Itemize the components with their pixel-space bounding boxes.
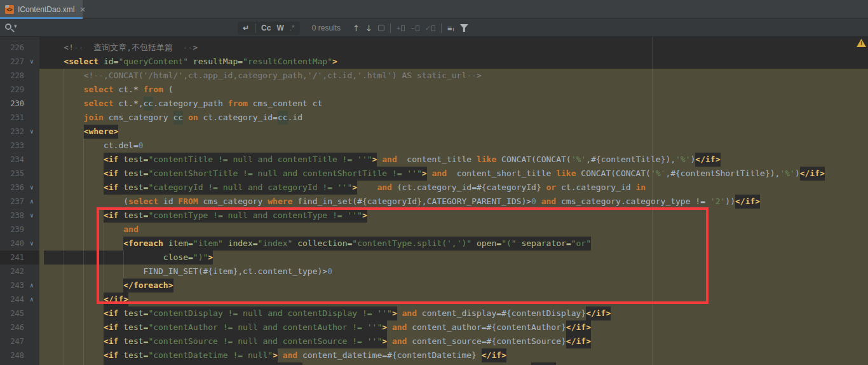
code-line[interactable]: 233 ct.del=0 bbox=[0, 139, 868, 153]
line-number: 236 bbox=[0, 181, 24, 195]
fold-icon[interactable]: ∨ bbox=[24, 237, 39, 251]
line-number: 233 bbox=[0, 139, 24, 153]
line-number: 232 bbox=[0, 125, 24, 139]
find-all-icon[interactable] bbox=[378, 25, 384, 31]
search-results-count: 0 results bbox=[312, 24, 341, 32]
line-number: 231 bbox=[0, 111, 24, 125]
gutter: 239 bbox=[0, 223, 39, 237]
gutter: 242 bbox=[0, 265, 39, 279]
code-line[interactable]: 228 <!--,CONCAT('/html/',ct.app_id,categ… bbox=[0, 69, 868, 83]
match-case-toggle[interactable]: Cc bbox=[261, 24, 271, 32]
gutter: 249 bbox=[0, 362, 39, 365]
code-line[interactable]: 236∨ <if test="categoryId != null and ca… bbox=[0, 181, 868, 195]
gutter: 244∧ bbox=[0, 293, 39, 306]
code-text: select ct.*,cc.category_path from cms_co… bbox=[39, 97, 868, 111]
fold-spacer bbox=[24, 83, 39, 97]
gutter: 246 bbox=[0, 320, 39, 334]
code-lines: 226 <!-- 查询文章,不包括单篇 -->227∨ <select id="… bbox=[0, 41, 868, 365]
gutter: 237∧ bbox=[0, 195, 39, 209]
fold-icon[interactable]: ∨ bbox=[24, 55, 39, 69]
line-number: 229 bbox=[0, 83, 24, 97]
code-editor[interactable]: 226 <!-- 查询文章,不包括单篇 -->227∨ <select id="… bbox=[0, 37, 868, 365]
code-line[interactable]: 226 <!-- 查询文章,不包括单篇 --> bbox=[0, 41, 868, 55]
divider bbox=[390, 24, 391, 33]
code-text: <if test="contentTitle != null and conte… bbox=[39, 153, 868, 167]
code-line[interactable]: 246 <if test="contentAuthor != null and … bbox=[0, 320, 868, 334]
code-text: <if test="contentShortTitle != null and … bbox=[39, 167, 868, 181]
fold-spacer bbox=[24, 362, 39, 365]
gutter: 234 bbox=[0, 153, 39, 167]
newline-icon[interactable]: ↵ bbox=[243, 24, 249, 32]
search-input[interactable] bbox=[23, 21, 233, 35]
words-toggle[interactable]: W bbox=[276, 24, 283, 32]
code-line[interactable]: 231 join cms_category cc on ct.category_… bbox=[0, 111, 868, 125]
editor-tab-bar: <> IContentDao.xml ✕ bbox=[0, 0, 868, 19]
code-line[interactable]: 235 <if test="contentShortTitle != null … bbox=[0, 167, 868, 181]
filter-search-lines-icon[interactable]: ≡I bbox=[447, 24, 454, 33]
indent-guide bbox=[64, 69, 64, 365]
gutter: 231 bbox=[0, 111, 39, 125]
fold-icon[interactable]: ∧ bbox=[24, 195, 39, 209]
next-occurrence-icon[interactable]: ↓ bbox=[365, 24, 372, 33]
code-line[interactable]: 232∨ <where> bbox=[0, 125, 868, 139]
tab-icontentdao-xml[interactable]: <> IContentDao.xml ✕ bbox=[0, 0, 83, 19]
add-occurrence-icon[interactable]: + bbox=[397, 24, 405, 32]
code-line[interactable]: 247 <if test="contentSource != null and … bbox=[0, 334, 868, 348]
gutter: 236∨ bbox=[0, 181, 39, 195]
gutter: 240∨ bbox=[0, 237, 39, 251]
code-text: <select id="queryContent" resultMap="res… bbox=[39, 55, 868, 69]
fold-spacer bbox=[24, 139, 39, 153]
code-text: join cms_category cc on ct.category_id=c… bbox=[39, 111, 868, 125]
code-line[interactable]: 230 select ct.*,cc.category_path from cm… bbox=[0, 97, 868, 111]
code-line[interactable]: 249 <if test="contentDatetimeStart != nu… bbox=[0, 362, 868, 365]
fold-spacer bbox=[24, 223, 39, 237]
code-line[interactable]: 237∧ (select id FROM cms_category where … bbox=[0, 195, 868, 209]
line-number: 243 bbox=[0, 279, 24, 293]
code-line[interactable]: 248 <if test="contentDatetime != null"> … bbox=[0, 348, 868, 362]
select-all-occurrences-icon[interactable]: ✓ bbox=[425, 24, 435, 32]
code-line[interactable]: 234 <if test="contentTitle != null and c… bbox=[0, 153, 868, 167]
line-number: 240 bbox=[0, 237, 24, 251]
line-number: 239 bbox=[0, 223, 24, 237]
tab-label: IContentDao.xml bbox=[18, 5, 74, 14]
line-number: 244 bbox=[0, 293, 24, 306]
fold-spacer bbox=[24, 167, 39, 181]
fold-icon[interactable]: ∧ bbox=[24, 279, 39, 293]
gutter: 230 bbox=[0, 97, 39, 111]
search-icon[interactable] bbox=[5, 24, 11, 30]
line-number: 242 bbox=[0, 265, 24, 279]
line-number: 249 bbox=[0, 362, 24, 365]
search-history-chevron-icon[interactable]: ▾ bbox=[14, 23, 17, 29]
line-number: 237 bbox=[0, 195, 24, 209]
fold-icon[interactable]: ∨ bbox=[24, 181, 39, 195]
fold-icon[interactable]: ∧ bbox=[24, 293, 39, 306]
code-text: <where> bbox=[39, 125, 868, 139]
search-filter-funnel-icon[interactable] bbox=[460, 24, 468, 32]
code-line[interactable]: 245 <if test="contentDisplay != null and… bbox=[0, 306, 868, 320]
line-number: 245 bbox=[0, 306, 24, 320]
close-icon[interactable]: ✕ bbox=[79, 6, 85, 14]
fold-icon[interactable]: ∨ bbox=[24, 125, 39, 139]
fold-spacer bbox=[24, 334, 39, 348]
remove-occurrence-icon[interactable]: − bbox=[410, 24, 419, 32]
line-number: 226 bbox=[0, 41, 24, 55]
fold-icon[interactable]: ∨ bbox=[24, 209, 39, 223]
gutter: 235 bbox=[0, 167, 39, 181]
right-margin-guide bbox=[652, 37, 653, 365]
previous-occurrence-icon[interactable]: ↑ bbox=[353, 24, 360, 33]
indent-guide bbox=[83, 139, 84, 365]
gutter: 226 bbox=[0, 41, 39, 55]
fold-spacer bbox=[24, 41, 39, 55]
line-number: 247 bbox=[0, 334, 24, 348]
line-number: 246 bbox=[0, 320, 24, 334]
line-number: 227 bbox=[0, 55, 24, 69]
code-text: <if test="contentDatetime != null"> and … bbox=[39, 348, 868, 362]
gutter: 241 bbox=[0, 251, 39, 265]
gutter: 247 bbox=[0, 334, 39, 348]
fold-spacer bbox=[24, 348, 39, 362]
code-text: select ct.* from ( bbox=[39, 83, 868, 97]
code-line[interactable]: 229 select ct.* from ( bbox=[0, 83, 868, 97]
search-bar: ▾ ↵ Cc W .* 0 results ↑ ↓ + − ✓ ≡I bbox=[0, 19, 868, 37]
regex-toggle[interactable]: .* bbox=[290, 24, 295, 32]
code-line[interactable]: 227∨ <select id="queryContent" resultMap… bbox=[0, 55, 868, 69]
